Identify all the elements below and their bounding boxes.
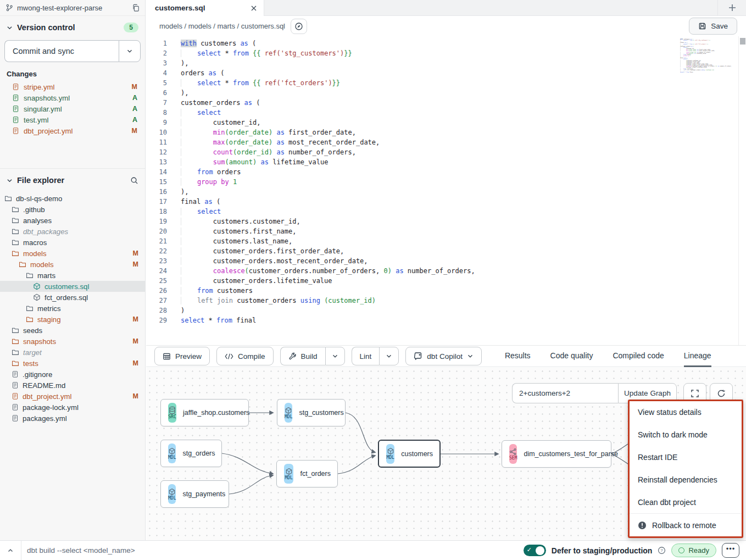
tree-item-dbt-packages[interactable]: dbt_packages bbox=[0, 226, 145, 237]
new-tab-button[interactable] bbox=[717, 0, 746, 15]
lint-button[interactable]: Lint bbox=[352, 347, 380, 365]
tree-item-models[interactable]: modelsM bbox=[0, 259, 145, 270]
tree-item-fct-orders-sql[interactable]: fct_orders.sql bbox=[0, 292, 145, 303]
search-icon[interactable] bbox=[130, 176, 138, 185]
tab-lineage[interactable]: Lineage bbox=[684, 345, 711, 367]
tree-item-macros[interactable]: macros bbox=[0, 237, 145, 248]
commit-options-caret[interactable] bbox=[119, 40, 141, 62]
help-icon[interactable]: ? bbox=[658, 546, 666, 555]
line-number: 14 bbox=[146, 167, 171, 177]
tree-item-analyses[interactable]: analyses bbox=[0, 215, 145, 226]
tree-item-customers-sql[interactable]: customers.sql bbox=[0, 281, 145, 292]
status-badge[interactable]: Ready bbox=[671, 544, 716, 557]
command-input[interactable]: dbt build --select <model_name> bbox=[27, 546, 135, 555]
build-button[interactable]: Build bbox=[280, 347, 325, 365]
file-explorer-title: File explorer bbox=[17, 176, 126, 185]
menu-item-rollback-to-remote[interactable]: Rollback to remote bbox=[630, 514, 742, 536]
change-status-badge: M bbox=[132, 127, 137, 135]
line-number: 16 bbox=[146, 187, 171, 197]
tree-item-seeds[interactable]: seeds bbox=[0, 325, 145, 336]
code-editor[interactable]: 1234567891011121314151617181920212223242… bbox=[146, 36, 746, 345]
close-icon[interactable] bbox=[250, 5, 257, 12]
lineage-node-stg-customers[interactable]: MDLstg_customers bbox=[277, 399, 346, 426]
file-icon bbox=[12, 83, 19, 91]
compile-button[interactable]: Compile bbox=[216, 347, 274, 365]
tree-item-dbt-project-yml[interactable]: dbt_project.ymlM bbox=[0, 391, 145, 402]
lineage-node-stg-payments[interactable]: MDLstg_payments bbox=[160, 480, 229, 508]
lint-options-caret[interactable] bbox=[379, 347, 399, 365]
node-type-label: MDL bbox=[168, 455, 176, 460]
line-number: 6 bbox=[146, 88, 171, 98]
change-status-badge: M bbox=[133, 315, 138, 323]
node-type-label: SRC bbox=[168, 414, 176, 419]
menu-item-restart-ide[interactable]: Restart IDE bbox=[630, 446, 742, 469]
chevron-up-icon[interactable] bbox=[4, 545, 16, 557]
changed-file-row[interactable]: dbt_project.ymlM bbox=[0, 125, 145, 136]
line-number: 4 bbox=[146, 68, 171, 78]
lineage-node-customers[interactable]: MDLcustomers bbox=[378, 440, 441, 468]
lineage-node-fct-orders[interactable]: MDLfct_orders bbox=[276, 460, 338, 487]
lineage-filter-input[interactable] bbox=[512, 383, 618, 403]
code-line: customer_orders.first_order_date, bbox=[680, 63, 716, 64]
scrollbar-thumb[interactable] bbox=[740, 38, 745, 45]
menu-item-switch-to-dark-mode[interactable]: Switch to dark mode bbox=[630, 424, 742, 446]
file-explorer-header[interactable]: File explorer bbox=[0, 171, 145, 190]
dbt-copilot-button[interactable]: dbt Copilot bbox=[405, 347, 482, 365]
changed-file-row[interactable]: snapshots.ymlA bbox=[0, 92, 145, 103]
code-line: count(order_id) as number_of_orders, bbox=[181, 147, 675, 157]
git-branch-icon bbox=[5, 4, 13, 12]
changed-file-row[interactable]: stripe.ymlM bbox=[0, 81, 145, 92]
changed-file-row[interactable]: singular.ymlA bbox=[0, 103, 145, 114]
lineage-node-stg-orders[interactable]: MDLstg_orders bbox=[160, 440, 222, 467]
lineage-node-jaffle-shop-customers[interactable]: SRCjaffle_shop.customers bbox=[160, 399, 249, 426]
tree-item-db-sl-qs-demo[interactable]: db-sl-qs-demo bbox=[0, 193, 145, 204]
tree-item-label: metrics bbox=[37, 304, 138, 313]
copy-icon[interactable] bbox=[132, 4, 140, 12]
menu-item-view-status-details[interactable]: View status details bbox=[630, 401, 742, 424]
lineage-node-dim-customers-test-for-parse[interactable]: SEMdim_customers_test_for_parse bbox=[502, 440, 611, 468]
tree-item-label: models bbox=[23, 249, 129, 258]
menu-item-clean-dbt-project[interactable]: Clean dbt project bbox=[630, 491, 742, 513]
change-status-badge: A bbox=[132, 105, 137, 113]
save-button[interactable]: Save bbox=[689, 18, 737, 35]
node-label: customers bbox=[401, 450, 439, 458]
navigate-icon[interactable] bbox=[291, 19, 307, 34]
tree-item-target[interactable]: target bbox=[0, 347, 145, 358]
tree-item-metrics[interactable]: metrics bbox=[0, 303, 145, 314]
node-type-label: SEM bbox=[509, 456, 517, 461]
line-number: 10 bbox=[146, 127, 171, 137]
folder-icon bbox=[12, 359, 19, 367]
tree-item-readme-md[interactable]: README.md bbox=[0, 380, 145, 391]
tree-item-label: README.md bbox=[23, 381, 138, 390]
tree-item-package-lock-yml[interactable]: package-lock.yml bbox=[0, 402, 145, 413]
changed-file-row[interactable]: test.ymlA bbox=[0, 114, 145, 125]
tree-item-marts[interactable]: marts bbox=[0, 270, 145, 281]
tab-results[interactable]: Results bbox=[505, 345, 531, 367]
changed-file-name: snapshots.yml bbox=[24, 94, 128, 102]
tab-customers-sql[interactable]: customers.sql bbox=[146, 0, 264, 16]
tab-compiled-code[interactable]: Compiled code bbox=[613, 345, 664, 367]
tree-item-packages-yml[interactable]: packages.yml bbox=[0, 413, 145, 424]
version-control-header[interactable]: Version control 5 bbox=[0, 18, 145, 37]
folder-icon bbox=[19, 260, 26, 268]
tree-item-staging[interactable]: stagingM bbox=[0, 314, 145, 325]
tree-item-models[interactable]: modelsM bbox=[0, 248, 145, 259]
line-number: 25 bbox=[146, 276, 171, 286]
tab-code-quality[interactable]: Code quality bbox=[550, 345, 593, 367]
commit-and-sync-button[interactable]: Commit and sync bbox=[4, 40, 119, 62]
build-options-caret[interactable] bbox=[325, 347, 345, 365]
ellipsis-menu-button[interactable]: ••• bbox=[722, 543, 739, 558]
code-line: min(order_date) as first_order_date, bbox=[680, 49, 716, 50]
tree-item-snapshots[interactable]: snapshotsM bbox=[0, 336, 145, 347]
editor-scrollbar[interactable] bbox=[738, 36, 746, 345]
tree-item-tests[interactable]: testsM bbox=[0, 358, 145, 369]
tree-item-label: models bbox=[30, 260, 129, 269]
code-line: customer_orders as ( bbox=[680, 46, 716, 47]
tree-item--github[interactable]: .github bbox=[0, 204, 145, 215]
preview-button[interactable]: Preview bbox=[154, 347, 210, 365]
code-line: select bbox=[680, 47, 716, 48]
defer-toggle[interactable]: ✓ bbox=[524, 545, 546, 556]
editor-toolbar: Preview Compile Build bbox=[146, 345, 746, 367]
menu-item-reinstall-dependencies[interactable]: Reinstall dependencies bbox=[630, 468, 742, 491]
tree-item--gitignore[interactable]: .gitignore bbox=[0, 369, 145, 380]
